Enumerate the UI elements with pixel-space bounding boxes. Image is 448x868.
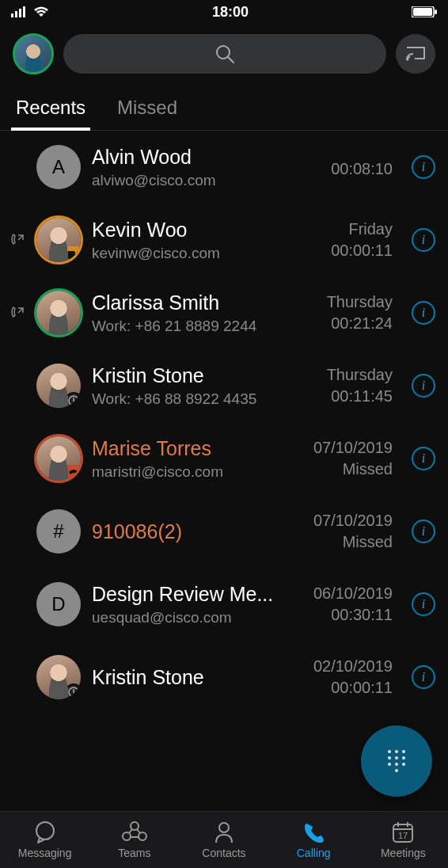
contact-avatar — [36, 436, 81, 481]
contact-avatar: A — [36, 145, 81, 189]
svg-point-27 — [123, 832, 131, 840]
nav-label: Calling — [297, 847, 331, 859]
svg-point-17 — [402, 750, 405, 753]
call-row[interactable]: DDesign Review Me...uesquad@cisco.com06/… — [0, 568, 448, 641]
wifi-icon — [33, 6, 49, 17]
call-row[interactable]: Kristin StoneWork: +86 88 8922 4435Thurs… — [0, 349, 448, 422]
contact-sub: Work: +86 88 8922 4435 — [92, 390, 287, 408]
clock-text: 18:00 — [212, 4, 249, 21]
call-meta: 02/10/201900:00:11 — [298, 657, 393, 697]
call-meta-duration: 00:00:11 — [298, 242, 393, 260]
svg-point-22 — [395, 763, 398, 766]
contact-avatar: D — [36, 582, 81, 626]
calendar-icon: 17 — [391, 820, 415, 844]
search-icon — [215, 44, 235, 64]
contact-icon — [214, 820, 234, 844]
nav-label: Teams — [118, 847, 150, 859]
call-meta: Thursday00:21:24 — [298, 293, 393, 333]
call-meta-date: 07/10/2019 — [298, 512, 393, 530]
chat-icon — [33, 820, 57, 844]
contact-name: Clarissa Smith — [92, 291, 287, 314]
contact-name: Kristin Stone — [92, 364, 287, 387]
call-meta-duration: Missed — [298, 533, 393, 551]
contact-avatar — [36, 655, 81, 699]
call-row[interactable]: Kristin Stone02/10/201900:00:11i — [0, 641, 448, 714]
svg-point-18 — [388, 756, 391, 760]
dialpad-fab[interactable] — [361, 725, 432, 797]
call-info: Kevin Wookevinw@cisco.com — [92, 219, 287, 262]
call-meta-duration: 00:30:11 — [298, 606, 393, 624]
call-row[interactable]: Clarissa SmithWork: +86 21 8889 2244Thur… — [0, 276, 448, 349]
signal-icon — [11, 6, 28, 17]
nav-label: Messaging — [18, 847, 72, 859]
contact-avatar — [36, 364, 81, 408]
nav-item-messaging[interactable]: Messaging — [0, 820, 89, 859]
nav-item-contacts[interactable]: Contacts — [179, 820, 268, 859]
call-meta-date: Friday — [298, 220, 393, 238]
teams-icon — [122, 820, 147, 844]
contact-name: Design Review Me... — [92, 583, 287, 606]
search-input[interactable] — [63, 34, 386, 74]
svg-point-24 — [395, 769, 398, 772]
nav-label: Meetings — [381, 847, 426, 859]
tab-recents[interactable]: Recents — [16, 97, 85, 130]
contact-sub: uesquad@cisco.com — [92, 609, 287, 626]
dialpad-icon — [382, 747, 411, 775]
call-info-button[interactable]: i — [412, 374, 435, 398]
missed-badge-icon — [65, 465, 81, 481]
svg-rect-5 — [413, 8, 432, 16]
call-meta: 00:08:10 — [298, 157, 393, 178]
svg-line-8 — [228, 57, 233, 63]
call-meta-duration: Missed — [298, 460, 393, 478]
contact-sub: alviwo@cisco.com — [92, 172, 287, 189]
call-meta: 06/10/201900:30:11 — [298, 584, 393, 624]
battery-icon — [412, 6, 437, 17]
svg-point-23 — [402, 763, 405, 766]
call-info-button[interactable]: i — [412, 665, 435, 689]
contact-sub: Work: +86 21 8889 2244 — [92, 318, 287, 335]
call-meta-duration: 00:11:45 — [298, 387, 393, 405]
contact-name: Kristin Stone — [92, 666, 287, 689]
profile-avatar[interactable] — [13, 33, 54, 74]
call-meta-date: 06/10/2019 — [298, 584, 393, 603]
nav-label: Contacts — [202, 847, 245, 859]
svg-point-26 — [131, 822, 139, 830]
tab-missed[interactable]: Missed — [117, 97, 177, 130]
svg-point-28 — [139, 832, 146, 840]
call-info-button[interactable]: i — [412, 155, 435, 179]
call-meta: 07/10/2019Missed — [298, 439, 393, 478]
call-info-button[interactable]: i — [412, 592, 435, 616]
status-bar: 18:00 — [0, 0, 448, 24]
call-info-button[interactable]: i — [412, 301, 435, 325]
call-meta: 07/10/2019Missed — [298, 512, 393, 551]
call-meta-date: 07/10/2019 — [298, 439, 393, 457]
call-direction-icon — [9, 305, 25, 321]
nav-item-meetings[interactable]: 17Meetings — [359, 820, 448, 859]
call-row[interactable]: AAlvin Woodalviwo@cisco.com00:08:10i — [0, 131, 448, 204]
call-info-button[interactable]: i — [412, 228, 435, 252]
call-meta-duration: 00:08:10 — [298, 160, 393, 178]
svg-point-21 — [388, 763, 391, 766]
contact-name: Marise Torres — [92, 437, 287, 460]
svg-rect-3 — [23, 6, 25, 17]
call-row[interactable]: #910086(2)07/10/2019Missedi — [0, 495, 448, 568]
clock-badge-icon — [65, 683, 81, 699]
call-info-button[interactable]: i — [412, 520, 435, 543]
call-meta-date: Thursday — [298, 366, 393, 384]
svg-rect-0 — [11, 13, 13, 17]
call-info-button[interactable]: i — [412, 447, 435, 470]
nav-item-calling[interactable]: Calling — [269, 820, 359, 859]
cast-button[interactable] — [396, 34, 435, 74]
call-info: Design Review Me...uesquad@cisco.com — [92, 583, 287, 626]
call-info: Alvin Woodalviwo@cisco.com — [92, 146, 287, 189]
contact-avatar — [36, 291, 81, 335]
svg-text:17: 17 — [398, 831, 408, 840]
svg-point-25 — [36, 822, 54, 839]
contact-name: 910086(2) — [92, 520, 287, 543]
tabs: Recents Missed — [0, 82, 448, 131]
contact-avatar: # — [36, 509, 81, 554]
svg-rect-11 — [67, 251, 75, 259]
call-row[interactable]: Marise Torresmaristri@cisco.com07/10/201… — [0, 422, 448, 495]
nav-item-teams[interactable]: Teams — [89, 820, 179, 859]
call-row[interactable]: Kevin Wookevinw@cisco.comFriday00:00:11i — [0, 204, 448, 276]
